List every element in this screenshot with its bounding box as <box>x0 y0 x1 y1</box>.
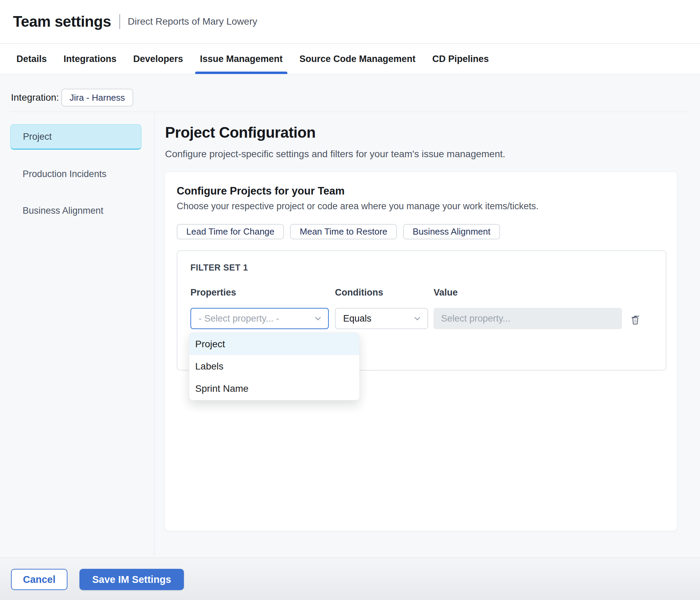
metric-tab-mean-time-to-restore[interactable]: Mean Time to Restore <box>290 224 397 239</box>
tab-cd-pipelines[interactable]: CD Pipelines <box>432 44 489 74</box>
sidebar-item-business-alignment[interactable]: Business Alignment <box>10 199 141 222</box>
tab-issue-management[interactable]: Issue Management <box>200 44 283 74</box>
dropdown-option-labels[interactable]: Labels <box>189 355 359 377</box>
properties-select-placeholder: - Select property... - <box>199 313 279 324</box>
value-column-label: Value <box>434 287 458 298</box>
title-separator <box>119 14 120 29</box>
card-title: Configure Projects for your Team <box>177 185 345 197</box>
dropdown-option-sprint-name[interactable]: Sprint Name <box>189 377 359 400</box>
section-title: Project Configuration <box>165 124 315 141</box>
page-header: Team settings Direct Reports of Mary Low… <box>0 0 700 43</box>
conditions-select-value: Equals <box>343 313 372 324</box>
tab-developers[interactable]: Developers <box>133 44 183 74</box>
metric-tab-business-alignment[interactable]: Business Alignment <box>403 224 500 239</box>
tab-source-code-management[interactable]: Source Code Management <box>299 44 415 74</box>
card-description: Choose your respective project or code a… <box>177 201 539 212</box>
metric-tab-row: Lead Time for Change Mean Time to Restor… <box>177 224 500 239</box>
integration-label: Integration: <box>11 89 59 107</box>
tab-integrations[interactable]: Integrations <box>64 44 117 74</box>
dropdown-option-project[interactable]: Project <box>189 333 359 355</box>
value-input[interactable] <box>434 308 622 329</box>
cancel-button[interactable]: Cancel <box>11 569 67 590</box>
conditions-column-label: Conditions <box>335 287 383 298</box>
trash-icon <box>629 313 641 325</box>
sidebar-item-project[interactable]: Project <box>10 124 141 150</box>
sidebar-main-divider <box>154 112 154 556</box>
metric-tab-lead-time-for-change[interactable]: Lead Time for Change <box>177 224 284 239</box>
sidebar-item-production-incidents[interactable]: Production Incidents <box>10 163 141 185</box>
property-dropdown-menu: Project Labels Sprint Name <box>189 333 360 400</box>
delete-filter-button[interactable] <box>629 313 641 325</box>
chevron-down-icon <box>313 314 323 323</box>
integration-chip[interactable]: Jira - Harness <box>61 89 133 107</box>
conditions-select[interactable]: Equals <box>335 308 428 329</box>
footer-action-bar: Cancel Save IM Settings <box>0 558 700 600</box>
value-input-wrap <box>434 308 622 329</box>
tab-details[interactable]: Details <box>16 44 47 74</box>
properties-column-label: Properties <box>190 287 236 298</box>
chevron-down-icon <box>413 314 422 323</box>
page-title: Team settings <box>13 13 111 30</box>
properties-select[interactable]: - Select property... - <box>190 308 329 329</box>
filter-set-title: FILTER SET 1 <box>190 263 248 273</box>
integration-divider <box>10 112 689 112</box>
save-im-settings-button[interactable]: Save IM Settings <box>79 569 184 590</box>
team-settings-page: Team settings Direct Reports of Mary Low… <box>0 0 700 600</box>
page-subtitle: Direct Reports of Mary Lowery <box>128 16 257 27</box>
section-description: Configure project-specific settings and … <box>165 149 505 160</box>
tab-bar: Details Integrations Developers Issue Ma… <box>0 44 700 74</box>
